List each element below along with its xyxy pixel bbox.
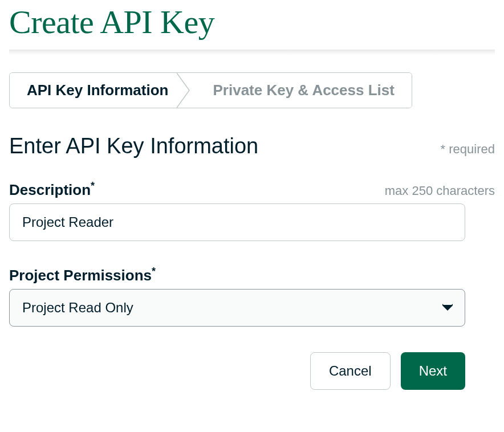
- description-label: Description*: [9, 181, 95, 199]
- section-title: Enter API Key Information: [9, 134, 258, 158]
- next-button[interactable]: Next: [401, 352, 465, 390]
- step-arrow-icon: [177, 73, 194, 108]
- header-divider: [9, 50, 495, 55]
- required-note: * required: [441, 142, 495, 157]
- permissions-select[interactable]: Project Read Only: [9, 289, 465, 327]
- permissions-field-group: Project Permissions* Project Read Only: [9, 267, 495, 327]
- steps-breadcrumb: API Key Information Private Key & Access…: [9, 72, 412, 108]
- cancel-button[interactable]: Cancel: [310, 352, 391, 390]
- required-asterisk: *: [152, 266, 156, 277]
- section-header: Enter API Key Information * required: [9, 134, 495, 158]
- step-label: API Key Information: [27, 81, 168, 99]
- required-asterisk: *: [91, 180, 95, 191]
- page-title: Create API Key: [9, 3, 495, 41]
- description-field-group: Description* max 250 characters: [9, 181, 495, 241]
- description-input[interactable]: [9, 203, 465, 241]
- permissions-label: Project Permissions*: [9, 267, 156, 284]
- description-hint: max 250 characters: [385, 184, 495, 198]
- step-label: Private Key & Access List: [213, 81, 394, 99]
- step-api-key-information[interactable]: API Key Information: [10, 73, 185, 108]
- step-private-key-access-list: Private Key & Access List: [185, 73, 411, 108]
- button-row: Cancel Next: [9, 352, 465, 390]
